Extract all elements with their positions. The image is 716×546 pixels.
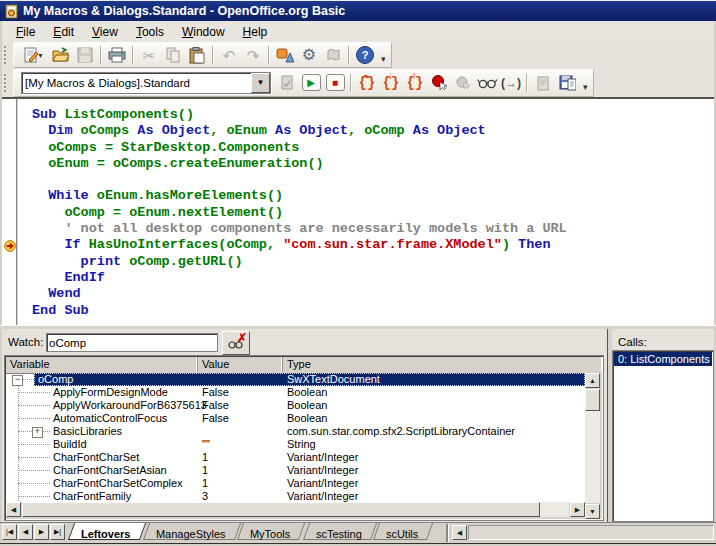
first-tab-button[interactable]: |◀ (2, 524, 17, 540)
breakpoint-button[interactable] (427, 72, 451, 94)
table-row[interactable]: ApplyFormDesignMode False Boolean (6, 386, 585, 399)
cut-button[interactable]: ✂ (137, 44, 161, 66)
toolbar-overflow-button[interactable]: ▾ (583, 82, 588, 92)
choose-macro-button[interactable] (273, 44, 297, 66)
expand-expander[interactable]: + (32, 427, 43, 438)
remove-x-icon: ✗ (237, 331, 247, 345)
table-row[interactable]: CharFontCharSet 1 Variant/Integer (6, 451, 585, 464)
titlebar[interactable]: My Macros & Dialogs.Standard - OpenOffic… (0, 0, 716, 21)
vertical-scrollbar[interactable]: ▲ ▼ (585, 373, 602, 519)
variable-name: CharFontFamily (53, 490, 131, 502)
horizontal-scrollbar[interactable]: ◀ ▶ (6, 502, 585, 519)
table-row[interactable]: CharFontFamily 3 Variant/Integer (6, 490, 585, 502)
scroll-up-button[interactable]: ▲ (585, 373, 600, 388)
table-row[interactable]: CharFontCharSetAsian 1 Variant/Integer (6, 464, 585, 477)
menu-help[interactable]: Help (235, 23, 276, 41)
code-segment: ) (502, 237, 518, 252)
single-step-button[interactable]: {}↓ (379, 72, 403, 94)
scrollbar-track[interactable] (540, 502, 569, 517)
save-source-as-button[interactable] (555, 72, 579, 94)
redo-button[interactable]: ↷ (241, 44, 265, 66)
table-row[interactable]: + BasicLibraries com.sun.star.comp.sfx2.… (6, 425, 585, 438)
column-header-variable[interactable]: Variable (6, 357, 198, 372)
code-segment: , oComp (348, 123, 413, 138)
open-button[interactable] (49, 44, 73, 66)
code-segment: As Object (275, 123, 348, 138)
toolbar-overflow-button[interactable]: ▾ (381, 54, 386, 64)
column-header-type[interactable]: Type (283, 357, 602, 372)
manage-breakpoints-button[interactable] (451, 72, 475, 94)
menu-tools[interactable]: Tools (128, 23, 172, 41)
variable-value: 1 (202, 451, 208, 464)
scroll-left-button[interactable]: ◀ (6, 502, 21, 517)
compile-button[interactable] (275, 72, 299, 94)
step-out-button[interactable]: {}↑ (403, 72, 427, 94)
copy-button[interactable] (161, 44, 185, 66)
table-row[interactable]: CharFontCharSetComplex 1 Variant/Integer (6, 477, 585, 490)
menu-window[interactable]: Window (174, 23, 233, 41)
settings-button[interactable]: ⚙ (297, 44, 321, 66)
help-button[interactable]: ? (353, 44, 377, 66)
save-icon (77, 47, 93, 63)
code-segment: End Sub (32, 303, 89, 318)
insert-source-text-button[interactable] (531, 72, 555, 94)
tab-sctesting[interactable]: scTesting (303, 523, 377, 540)
code-text-area[interactable]: Sub ListComponents() Dim oComps As Objec… (20, 99, 714, 327)
print-button[interactable] (105, 44, 129, 66)
table-row[interactable]: BuildId "" String (6, 438, 585, 451)
tab-scroll-track[interactable] (468, 525, 714, 540)
remove-watch-button[interactable]: ✗ (222, 331, 250, 355)
breakpoint-gutter[interactable] (2, 99, 18, 327)
watch-input[interactable] (46, 333, 218, 352)
table-row[interactable]: AutomaticControlFocus False Boolean (6, 412, 585, 425)
code-segment (32, 254, 81, 269)
last-tab-button[interactable]: ▶| (50, 524, 65, 540)
previous-tab-button[interactable]: ◀ (18, 524, 33, 540)
code-editor: Sub ListComponents() Dim oComps As Objec… (2, 97, 714, 327)
menu-edit[interactable]: Edit (45, 23, 82, 41)
menu-view[interactable]: View (84, 23, 126, 41)
tab-mytools[interactable]: MyTools (237, 523, 306, 540)
code-segment (32, 270, 64, 285)
library-combobox-value[interactable]: [My Macros & Dialogs].Standard (22, 77, 251, 89)
scroll-right-button[interactable]: ▶ (570, 502, 585, 517)
last-icon: ▶| (54, 528, 61, 536)
scroll-down-button[interactable]: ▼ (585, 504, 600, 519)
current-statement-marker (4, 240, 16, 252)
stop-button[interactable]: ■ (323, 72, 347, 94)
tab-scutils[interactable]: scUtils (373, 523, 434, 540)
save-button[interactable] (73, 44, 97, 66)
variable-type: Variant/Integer (287, 464, 358, 477)
table-row[interactable]: ApplyWorkaroundForB6375613 False Boolean (6, 399, 585, 412)
toolbar-grip[interactable] (4, 46, 11, 64)
paste-button[interactable] (185, 44, 209, 66)
next-tab-button[interactable]: ▶ (34, 524, 49, 540)
code-line: ' not all desktop components are necessa… (32, 221, 714, 237)
new-module-button[interactable]: ▾ (17, 44, 49, 66)
tab-leftovers[interactable]: Leftovers (68, 523, 146, 540)
tab-scroll-left-button[interactable]: ◀ (452, 525, 467, 540)
variable-name: ApplyFormDesignMode (53, 386, 168, 399)
scrollbar-thumb[interactable] (22, 502, 540, 517)
compile-icon (279, 75, 295, 91)
find-parentheses-button[interactable]: (→) (499, 72, 523, 94)
scrollbar-thumb[interactable] (585, 389, 600, 411)
run-button[interactable]: ▶ (299, 72, 323, 94)
library-combobox[interactable]: [My Macros & Dialogs].Standard ▼ (21, 72, 271, 94)
toolbar-grip[interactable] (4, 74, 11, 92)
code-line: While oEnum.hasMoreElements() (32, 188, 714, 204)
tab-managestyles[interactable]: ManageStyles (142, 523, 240, 540)
undo-button[interactable]: ↶ (217, 44, 241, 66)
combobox-dropdown-button[interactable]: ▼ (251, 73, 270, 93)
call-stack-item[interactable]: 0: ListComponents (614, 352, 712, 366)
macros-button[interactable] (321, 44, 345, 66)
menu-file[interactable]: File (8, 23, 43, 41)
code-segment: As Object (137, 123, 210, 138)
collapse-expander[interactable]: − (12, 375, 23, 386)
scrollbar-track[interactable] (585, 411, 600, 503)
new-dropdown-arrow-icon[interactable]: ▾ (38, 51, 42, 60)
procedure-step-button[interactable]: {}↷ (355, 72, 379, 94)
table-row[interactable]: − oComp SwXTextDocument (6, 373, 585, 386)
column-header-value[interactable]: Value (198, 357, 283, 372)
enable-watch-button[interactable] (475, 72, 499, 94)
